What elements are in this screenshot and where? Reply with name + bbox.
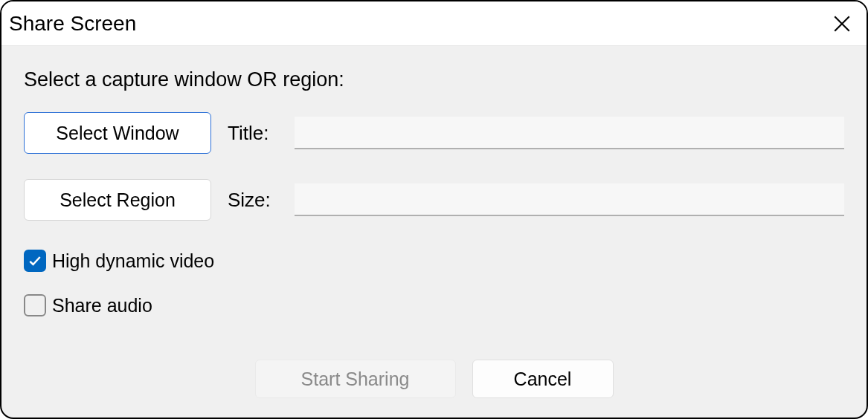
select-region-button[interactable]: Select Region — [24, 179, 211, 221]
dialog-title: Share Screen — [9, 12, 136, 36]
close-button[interactable] — [825, 7, 859, 41]
close-icon — [832, 14, 852, 33]
audio-checkbox[interactable] — [24, 294, 46, 316]
size-field[interactable] — [295, 183, 844, 216]
select-window-button[interactable]: Select Window — [24, 112, 211, 154]
hdv-checkbox[interactable] — [24, 250, 46, 272]
check-icon — [28, 253, 42, 268]
titlebar: Share Screen — [1, 1, 867, 46]
size-label: Size: — [228, 189, 295, 212]
share-screen-dialog: Share Screen Select a capture window OR … — [0, 0, 868, 419]
title-field[interactable] — [295, 117, 844, 149]
instruction-text: Select a capture window OR region: — [24, 68, 844, 91]
start-sharing-button[interactable]: Start Sharing — [255, 360, 456, 398]
cancel-button[interactable]: Cancel — [472, 360, 614, 398]
audio-label: Share audio — [52, 295, 152, 316]
hdv-row: High dynamic video — [24, 246, 844, 276]
select-region-row: Select Region Size: — [24, 179, 844, 221]
footer: Start Sharing Cancel — [24, 360, 844, 403]
dialog-body: Select a capture window OR region: Selec… — [1, 46, 867, 418]
select-window-row: Select Window Title: — [24, 112, 844, 154]
audio-row: Share audio — [24, 290, 844, 320]
title-label: Title: — [228, 122, 295, 145]
hdv-label: High dynamic video — [52, 250, 214, 272]
